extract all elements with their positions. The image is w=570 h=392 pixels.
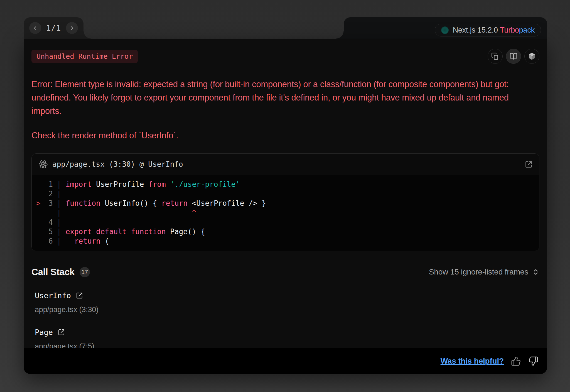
call-stack-header: Call Stack 17 Show 15 ignore-listed fram… [31,267,539,277]
external-link-icon[interactable] [58,329,65,336]
copy-icon [491,52,499,60]
thumbs-down-icon [528,356,538,366]
version-label: Next.js 15.2.0 Turbopack [453,26,535,35]
thumbs-down-button[interactable] [528,356,538,366]
code-frame-header: app/page.tsx (3:30) @ UserInfo [32,154,539,175]
frame-name: Page [35,328,53,337]
react-icon [38,160,48,169]
error-hint: Check the render method of `UserInfo`. [31,131,539,141]
error-type-badge: Unhandled Runtime Error [31,50,138,63]
code-line: 1|import UserProfile from './user-profil… [36,180,539,189]
code-line: >3|function UserInfo() { return <UserPro… [36,199,539,208]
thumbs-up-icon [511,356,521,366]
frame-name: UserInfo [35,291,71,300]
call-stack-frame: UserInfo app/page.tsx (3:30) [35,291,539,314]
next-error-button[interactable] [66,22,78,34]
chevron-left-icon [32,25,38,31]
code-line: 2| [36,189,539,199]
nodejs-devtools-button[interactable] [524,49,539,64]
external-link-icon[interactable] [76,292,83,299]
call-stack-frames: UserInfo app/page.tsx (3:30) Page app/pa… [31,291,539,351]
nextjs-version-badge[interactable]: Next.js 15.2.0 Turbopack [435,24,541,36]
copy-error-button[interactable] [488,49,503,64]
code-listing: 1|import UserProfile from './user-profil… [32,175,539,251]
thumbs-up-button[interactable] [511,356,521,366]
call-stack-count-badge: 17 [80,267,90,277]
frame-location: app/page.tsx (3:30) [35,305,539,314]
error-message: Error: Element type is invalid: expected… [31,78,539,118]
turbopack-label-turbo: Turbo [500,26,519,34]
book-open-icon [510,52,517,60]
call-stack-frame: Page app/page.tsx (7:5) [35,328,539,351]
header-actions [488,49,539,64]
error-overlay-dialog: 1/1 Next.js 15.2.0 Turbopack Unhandled R… [24,17,547,374]
error-panel: Unhandled Runtime Error [24,39,547,374]
chevron-right-icon [69,25,75,31]
status-indicator-icon [441,26,449,34]
previous-error-button[interactable] [29,22,41,34]
error-pagination-count: 1/1 [46,23,61,33]
feedback-footer: Was this helpful? [24,348,547,374]
show-ignored-frames-label: Show 15 ignore-listed frames [429,268,528,276]
show-ignored-frames-toggle[interactable]: Show 15 ignore-listed frames [429,268,539,276]
call-stack-title: Call Stack [31,267,75,277]
chevrons-up-down-icon [532,268,539,276]
version-tab: Next.js 15.2.0 Turbopack [344,17,547,39]
docs-button[interactable] [506,49,521,64]
nodejs-icon [528,52,536,60]
code-line: | ^ [36,208,539,217]
code-line: 6| return ( [36,236,539,246]
error-pagination-tab: 1/1 [24,17,83,39]
code-line: 5|export default function Page() { [36,227,539,236]
was-this-helpful-link[interactable]: Was this helpful? [441,357,504,366]
error-header-row: Unhandled Runtime Error [31,49,539,64]
code-frame: app/page.tsx (3:30) @ UserInfo 1|import … [31,153,539,251]
turbopack-label-pack: pack [519,26,535,34]
code-line: 4| [36,217,539,227]
code-frame-file-label: app/page.tsx (3:30) @ UserInfo [52,160,183,168]
overlay-nav: 1/1 Next.js 15.2.0 Turbopack [24,17,547,39]
open-in-editor-button[interactable] [525,161,532,168]
